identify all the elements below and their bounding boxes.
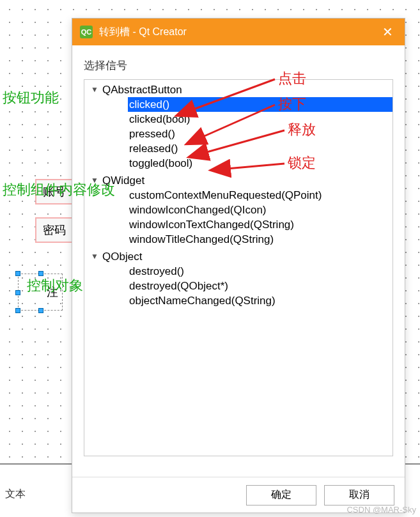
resize-handle[interactable] [15,308,20,313]
close-icon[interactable]: ✕ [378,24,397,40]
tree-group-label: QObject [102,249,142,264]
tree-group-label: QWidget [102,173,144,188]
signal-tree[interactable]: ▼QAbstractButtonclicked()clicked(bool)pr… [84,79,393,456]
select-signal-label: 选择信号 [84,58,393,73]
bottom-panel-text: 文本 [5,488,26,501]
tree-group-label: QAbstractButton [102,82,182,97]
chevron-down-icon[interactable]: ▼ [91,173,100,188]
form-label-password: 密码 [35,217,74,243]
signal-item[interactable]: clicked(bool) [128,112,393,127]
signal-item[interactable]: windowTitleChanged(QString) [128,232,393,247]
signal-item[interactable]: customContextMenuRequested(QPoint) [128,188,393,203]
tree-group-header-qabstractbutton[interactable]: ▼QAbstractButton [91,82,393,97]
tree-group-qwidget: ▼QWidgetcustomContextMenuRequested(QPoin… [84,171,393,247]
signal-item[interactable]: released() [128,141,393,156]
tree-items: destroyed()destroyed(QObject*)objectName… [91,264,393,308]
tree-items: clicked()clicked(bool)pressed()released(… [91,97,393,171]
app-icon: QC [80,26,93,38]
signal-item[interactable]: clicked() [128,97,393,112]
tree-group-qobject: ▼QObjectdestroyed()destroyed(QObject*)ob… [84,247,393,308]
resize-handle[interactable] [15,290,20,295]
ok-button[interactable]: 确定 [246,485,316,505]
signal-item[interactable]: windowIconChanged(QIcon) [128,203,393,217]
form-label-account: 账号 [35,179,74,204]
selected-widget-text: 注 [47,284,58,300]
tree-group-header-qobject[interactable]: ▼QObject [91,249,393,264]
resize-handle[interactable] [38,271,43,276]
signal-item[interactable]: toggled(bool) [128,156,393,171]
signal-item[interactable]: pressed() [128,127,393,141]
selected-widget-outline: 注 [18,274,63,311]
dialog-titlebar[interactable]: QC 转到槽 - Qt Creator ✕ [72,19,405,45]
signal-item[interactable]: destroyed(QObject*) [128,279,393,293]
dialog-body: 选择信号 ▼QAbstractButtonclicked()clicked(bo… [72,45,405,477]
watermark: CSDN @MAR-Sky [346,505,416,514]
dialog-title: 转到槽 - Qt Creator [99,26,187,39]
tree-group-header-qwidget[interactable]: ▼QWidget [91,173,393,188]
signal-item[interactable]: objectNameChanged(QString) [128,293,393,308]
signal-item[interactable]: windowIconTextChanged(QString) [128,217,393,232]
go-to-slot-dialog: QC 转到槽 - Qt Creator ✕ 选择信号 ▼QAbstractBut… [72,18,405,513]
cancel-button[interactable]: 取消 [324,485,394,505]
tree-items: customContextMenuRequested(QPoint)window… [91,188,393,247]
signal-item[interactable]: destroyed() [128,264,393,279]
chevron-down-icon[interactable]: ▼ [91,249,100,264]
resize-handle[interactable] [15,271,20,276]
chevron-down-icon[interactable]: ▼ [91,82,100,97]
tree-group-qabstractbutton: ▼QAbstractButtonclicked()clicked(bool)pr… [84,80,393,171]
resize-handle[interactable] [38,308,43,313]
